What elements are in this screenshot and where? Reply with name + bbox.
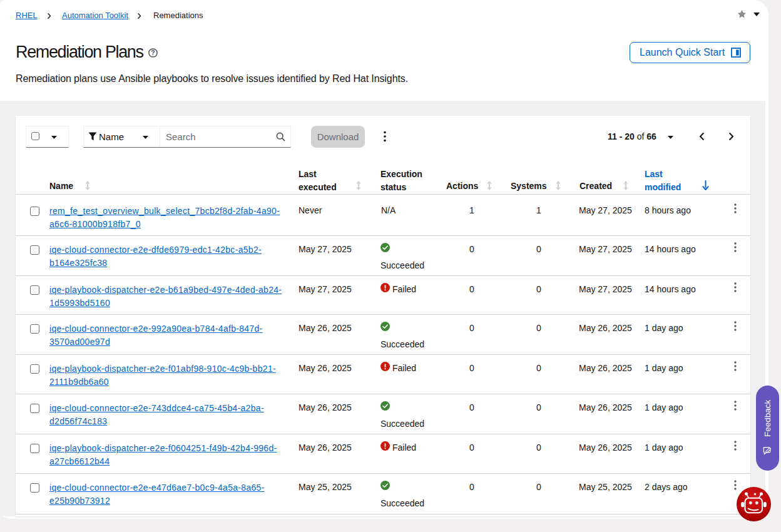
svg-text:?: ?	[151, 49, 155, 56]
